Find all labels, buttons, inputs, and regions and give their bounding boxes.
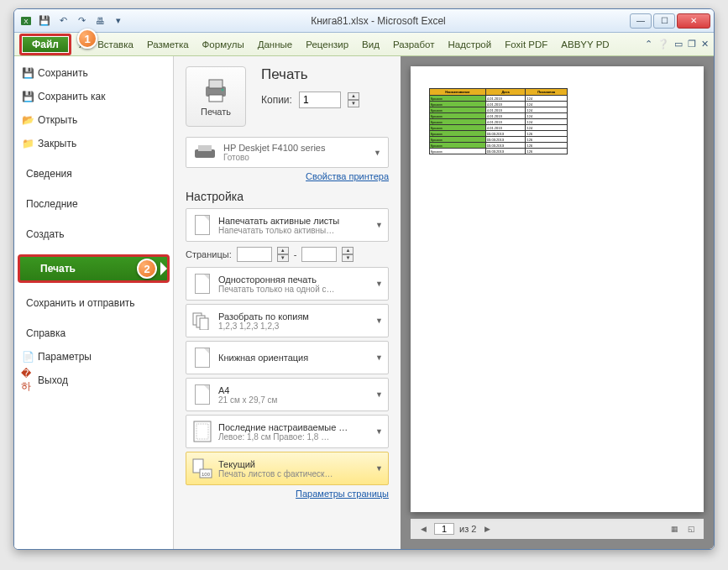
- zoom-to-page-button[interactable]: ◱: [685, 523, 697, 535]
- window-controls: — ☐ ✕: [630, 13, 710, 29]
- nav-open[interactable]: 📂Открыть: [14, 108, 173, 132]
- tab-data[interactable]: Данные: [252, 36, 299, 53]
- setting-margins[interactable]: Последние настраиваемые …Левое: 1,8 см П…: [186, 415, 389, 448]
- setting-scaling[interactable]: 100 ТекущийПечать листов с фактическ… ▼: [186, 452, 389, 485]
- tab-developer[interactable]: Разработ: [387, 36, 441, 53]
- doc-close-icon[interactable]: ✕: [701, 39, 709, 50]
- options-icon: 📄: [21, 350, 34, 363]
- redo-icon[interactable]: ↷: [73, 13, 90, 29]
- setting-paper-size[interactable]: A421 см x 29,7 см ▼: [186, 378, 389, 411]
- print-quick-icon[interactable]: 🖶: [92, 13, 108, 29]
- tab-insert[interactable]: Вставка: [92, 36, 139, 53]
- nav-exit[interactable]: �하Выход: [14, 369, 173, 392]
- window-title: Книга81.xlsx - Microsoft Excel: [127, 15, 630, 27]
- pages-range-row: Страницы: ▲▼ - ▲▼: [186, 247, 389, 262]
- tab-foxit[interactable]: Foxit PDF: [499, 36, 553, 53]
- chevron-down-icon: ▼: [375, 353, 383, 362]
- ribbon-minimize-icon[interactable]: ⌃: [645, 39, 652, 50]
- portrait-icon: [191, 346, 213, 369]
- print-settings-column: Печать Печать Копии: ▲▼ HP Deskje: [174, 56, 401, 549]
- svg-rect-3: [209, 80, 223, 88]
- printer-small-icon: [193, 144, 217, 161]
- preview-page: НаименованиеДатаПоказания Крюков4.01.201…: [411, 66, 704, 512]
- print-preview: НаименованиеДатаПоказания Крюков4.01.201…: [401, 56, 714, 549]
- save-as-icon: 💾: [21, 90, 34, 103]
- page-total-label: из 2: [459, 524, 476, 534]
- svg-text:X: X: [24, 18, 29, 25]
- sheets-icon: [191, 213, 213, 237]
- backstage-view: 💾Сохранить 💾Сохранить как 📂Открыть 📁Закр…: [14, 56, 714, 549]
- setting-orientation[interactable]: Книжная ориентация ▼: [186, 341, 389, 374]
- minimize-button[interactable]: —: [630, 13, 652, 29]
- nav-print[interactable]: Печать 2: [18, 254, 170, 283]
- paper-icon: [191, 383, 213, 406]
- chevron-down-icon: ▼: [374, 149, 381, 157]
- maximize-button[interactable]: ☐: [653, 13, 675, 29]
- qat-dropdown-icon[interactable]: ▾: [110, 13, 127, 29]
- nav-info[interactable]: Сведения: [14, 162, 173, 186]
- nav-save-as[interactable]: 💾Сохранить как: [14, 85, 173, 108]
- printer-icon: [202, 76, 229, 103]
- ribbon-tabs: Файл 1 я Вставка Разметка Формулы Данные…: [14, 33, 714, 56]
- save-icon[interactable]: 💾: [36, 13, 53, 29]
- page-number-input[interactable]: [434, 523, 454, 535]
- pages-from-input[interactable]: [237, 247, 272, 262]
- doc-restore-icon[interactable]: ❐: [688, 39, 696, 50]
- folder-close-icon: 📁: [21, 137, 34, 150]
- doc-minimize-icon[interactable]: ▭: [674, 39, 683, 50]
- nav-recent[interactable]: Последние: [14, 192, 173, 216]
- app-window: X 💾 ↶ ↷ 🖶 ▾ Книга81.xlsx - Microsoft Exc…: [13, 8, 715, 550]
- print-panel: Печать Печать Копии: ▲▼ HP Deskje: [174, 56, 714, 549]
- pages-from-spinner[interactable]: ▲▼: [277, 247, 289, 262]
- chevron-down-icon: ▼: [375, 390, 383, 399]
- svg-point-5: [222, 89, 224, 92]
- setting-duplex[interactable]: Односторонняя печатьПечатать только на о…: [186, 267, 389, 301]
- tab-layout[interactable]: Разметка: [141, 36, 195, 53]
- setting-print-what[interactable]: Напечатать активные листыНапечатать толь…: [186, 208, 389, 242]
- pages-to-spinner[interactable]: ▲▼: [342, 247, 354, 262]
- show-margins-button[interactable]: ▦: [668, 523, 680, 535]
- close-button[interactable]: ✕: [677, 13, 710, 29]
- print-heading: Печать: [261, 66, 359, 83]
- printer-name: HP Deskjet F4100 series: [223, 143, 367, 153]
- save-icon: 💾: [21, 66, 34, 80]
- tab-view[interactable]: Вид: [356, 36, 385, 53]
- nav-help[interactable]: Справка: [14, 322, 173, 345]
- printer-selector[interactable]: HP Deskjet F4100 series Готово ▼: [186, 137, 389, 168]
- file-tab[interactable]: Файл: [19, 34, 71, 55]
- titlebar: X 💾 ↶ ↷ 🖶 ▾ Книга81.xlsx - Microsoft Exc…: [14, 9, 714, 33]
- tab-addins[interactable]: Надстрой: [443, 36, 498, 53]
- ribbon-right-controls: ⌃ ❔ ▭ ❐ ✕: [645, 39, 709, 50]
- nav-save[interactable]: 💾Сохранить: [14, 61, 173, 85]
- next-page-button[interactable]: ▶: [481, 523, 493, 535]
- nav-options[interactable]: 📄Параметры: [14, 345, 173, 369]
- margins-icon: [191, 420, 213, 443]
- svg-rect-4: [209, 95, 223, 102]
- nav-close[interactable]: 📁Закрыть: [14, 132, 173, 155]
- copies-input[interactable]: [299, 92, 341, 108]
- nav-new[interactable]: Создать: [14, 222, 173, 246]
- preview-table: НаименованиеДатаПоказания Крюков4.01.201…: [429, 88, 568, 154]
- quick-access-toolbar: X 💾 ↶ ↷ 🖶 ▾: [18, 13, 127, 29]
- tab-abbyy[interactable]: ABBYY PD: [555, 36, 615, 53]
- page-setup-link[interactable]: Параметры страницы: [186, 489, 389, 499]
- svg-rect-10: [200, 318, 208, 330]
- svg-text:100: 100: [202, 472, 211, 477]
- nav-print-label: Печать: [40, 263, 76, 275]
- nav-share[interactable]: Сохранить и отправить: [14, 291, 173, 315]
- copies-spinner[interactable]: ▲▼: [348, 92, 359, 107]
- chevron-down-icon: ▼: [375, 280, 383, 288]
- help-icon[interactable]: ❔: [657, 39, 669, 50]
- undo-icon[interactable]: ↶: [55, 13, 71, 29]
- svg-rect-7: [198, 145, 212, 151]
- tab-review[interactable]: Рецензир: [300, 36, 354, 53]
- excel-icon[interactable]: X: [18, 13, 34, 29]
- pages-to-input[interactable]: [301, 247, 337, 262]
- printer-properties-link[interactable]: Свойства принтера: [186, 171, 389, 181]
- folder-open-icon: 📂: [21, 113, 34, 127]
- prev-page-button[interactable]: ◀: [417, 523, 429, 535]
- settings-heading: Настройка: [186, 190, 389, 203]
- setting-collate[interactable]: Разобрать по копиям1,2,3 1,2,3 1,2,3 ▼: [186, 304, 389, 337]
- tab-formulas[interactable]: Формулы: [196, 36, 250, 53]
- print-button[interactable]: Печать: [186, 66, 246, 127]
